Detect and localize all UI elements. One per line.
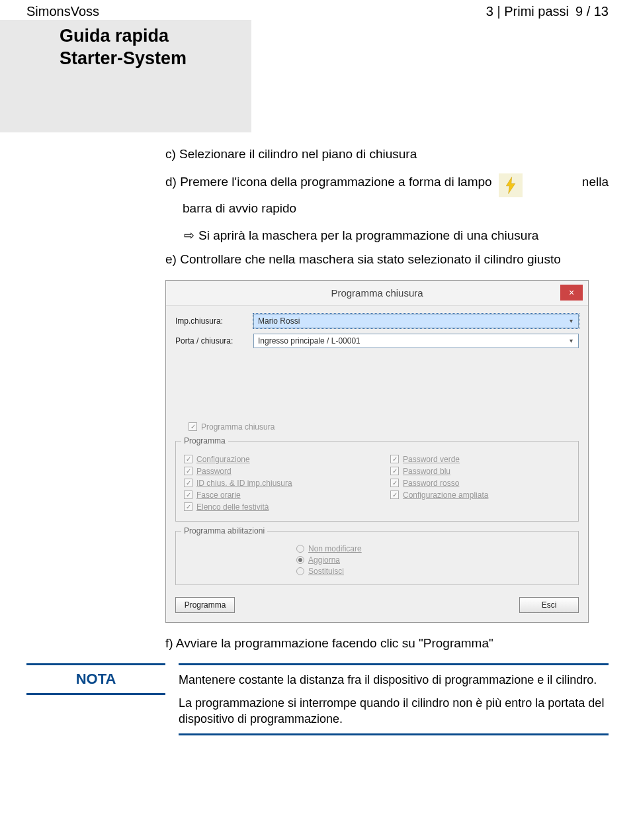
title-line-2: Starter-System [60,48,187,70]
radio-aggiorna[interactable] [296,556,304,564]
chevron-down-icon: ▾ [566,336,575,346]
title-line-1: Guida rapida [60,25,187,48]
check-label: Password blu [403,467,450,476]
combo-imp-value: Mario Rossi [258,316,300,326]
dialog-title: Programma chiusura [331,287,423,299]
checkbox-pw-rosso[interactable]: ✓ [390,479,399,487]
step-f: f) Avviare la programmazione facendo cli… [165,635,609,652]
chevron-down-icon: ▾ [566,316,575,326]
checkbox-programma-chiusura[interactable]: ✓ [189,422,197,431]
combo-imp-chiusura[interactable]: Mario Rossi ▾ [253,314,579,328]
checkbox-pw-verde[interactable]: ✓ [390,455,399,463]
step-d-before: d) Premere l'icona della programmazione … [165,173,492,191]
esci-button[interactable]: Esci [519,597,579,613]
step-e: e) Controllare che nella maschera sia st… [165,251,609,268]
checkbox-id-chius[interactable]: ✓ [184,479,192,487]
programma-chiusura-dialog: Programma chiusura × Imp.chiusura: Mario… [165,280,589,623]
close-button[interactable]: × [560,285,583,301]
page-title: Guida rapida Starter-System [60,25,187,70]
brand-text: SimonsVoss [26,4,99,19]
radio-sostituisci[interactable] [296,567,304,575]
checkbox-fasce-orarie[interactable]: ✓ [184,490,192,499]
step-c: c) Selezionare il cilindro nel piano di … [165,146,609,163]
checkbox-password[interactable]: ✓ [184,467,192,475]
checkbox-configurazione[interactable]: ✓ [184,455,192,463]
nota-text: Mantenere costante la distanza fra il di… [179,663,609,735]
lightning-icon [499,173,523,197]
step-d-line2: barra di avvio rapido [183,200,609,217]
checkbox-config-ampliata[interactable]: ✓ [390,490,399,499]
combo-porta-chiusura[interactable]: Ingresso principale / L-00001 ▾ [253,334,579,348]
programma-button[interactable]: Programma [175,597,235,613]
dialog-titlebar: Programma chiusura × [166,281,588,306]
nota-p1: Mantenere costante la distanza fra il di… [179,672,609,688]
groupbox-programma: Programma ✓Configurazione ✓Password ✓ID … [175,441,579,522]
groupbox-abilitazioni: Programma abilitazioni Non modificare Ag… [175,531,579,585]
radio-label: Aggiorna [308,555,340,565]
label-imp-chiusura: Imp.chiusura: [175,316,253,326]
legend-abilitazioni: Programma abilitazioni [181,526,267,536]
check-label: Password verde [403,455,460,464]
page-number: 9 / 13 [575,4,609,19]
check-label: ID chius. & ID imp.chiusura [196,479,292,488]
check-label: Configurazione ampliata [403,490,488,500]
result-arrow-icon: ⇨ [184,227,194,244]
radio-label: Non modificare [308,544,362,553]
nota-badge: NOTA [26,663,165,695]
check-label-programma-chiusura: Programma chiusura [201,422,275,432]
check-label: Elenco delle festività [196,502,269,512]
radio-label: Sostituisci [308,567,344,576]
step-d-line1: d) Premere l'icona della programmazione … [165,173,609,197]
check-label: Configurazione [196,455,250,464]
step-d-after: nella [582,173,609,191]
breadcrumb: 3 | Primi passi [486,4,569,19]
step-d-sub: ⇨Si aprirà la maschera per la programmaz… [184,227,609,244]
close-icon: × [569,287,574,298]
check-label: Password rosso [403,479,459,488]
legend-programma: Programma [181,436,228,445]
nota-p2: La programmazione si interrompe quando i… [179,695,609,727]
checkbox-festivita[interactable]: ✓ [184,502,192,511]
label-porta-chiusura: Porta / chiusura: [175,336,253,346]
check-label: Password [196,467,232,476]
step-d-sub-text: Si aprirà la maschera per la programmazi… [198,228,538,242]
check-label: Fasce orarie [196,490,241,500]
checkbox-pw-blu[interactable]: ✓ [390,467,399,475]
radio-non-modificare[interactable] [296,545,304,553]
combo-porta-value: Ingresso principale / L-00001 [258,336,360,346]
